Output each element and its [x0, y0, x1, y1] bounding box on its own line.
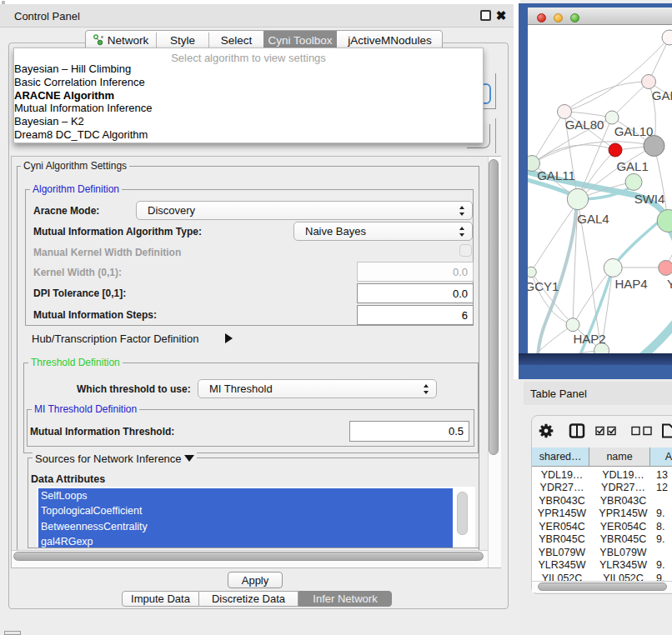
svg-text:GAL1: GAL1 — [616, 159, 648, 173]
svg-text:GAL7: GAL7 — [652, 88, 672, 102]
svg-text:GAL80: GAL80 — [565, 118, 604, 132]
svg-text:GCY1: GCY1 — [528, 279, 559, 293]
svg-text:GAL11: GAL11 — [537, 168, 575, 182]
svg-text:GAL4: GAL4 — [577, 212, 609, 226]
svg-text:GAL10: GAL10 — [614, 124, 654, 138]
svg-text:HAP4: HAP4 — [614, 277, 647, 291]
svg-text:HAP2: HAP2 — [573, 332, 605, 346]
svg-text:SWI4: SWI4 — [634, 192, 665, 206]
svg-text:YJL: YJL — [667, 277, 672, 291]
